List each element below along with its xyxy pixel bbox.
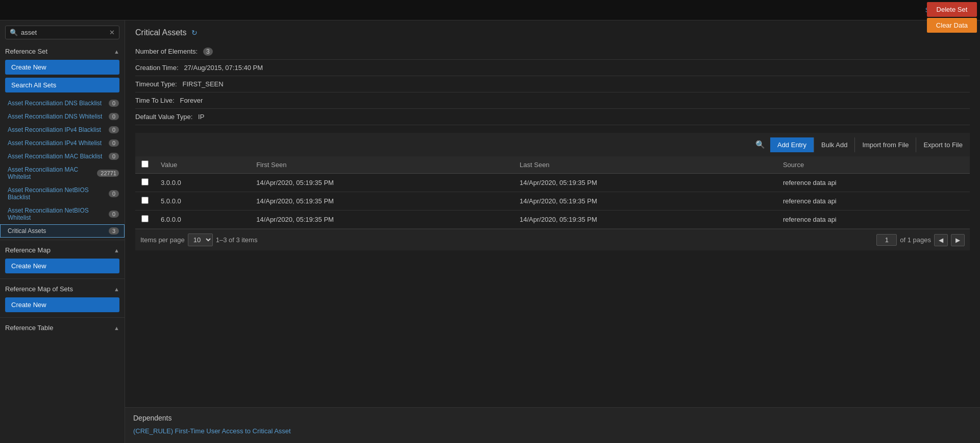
timeout-type-value: FIRST_SEEN [183,80,224,88]
table-row-0: 3.0.0.0 14/Apr/2020, 05:19:35 PM 14/Apr/… [135,174,970,192]
table-col-first-seen: First Seen [250,156,513,174]
reference-map-create-new-button[interactable]: Create New [5,259,119,273]
import-from-file-button[interactable]: Import from File [854,137,916,152]
items-per-page-label: Items per page [140,236,185,244]
search-icon: 🔍 [10,29,18,36]
table-cell-source-1: reference data api [777,192,970,211]
sidebar-item-4[interactable]: Asset Reconciliation MAC Blacklist0 [0,150,125,163]
clear-data-button[interactable]: Clear Data [927,18,977,33]
row-checkbox-2[interactable] [141,215,149,222]
sidebar-items-container: Asset Reconciliation DNS Blacklist0Asset… [0,97,125,238]
reference-set-create-new-button[interactable]: Create New [5,60,119,75]
sidebar-item-badge-1: 0 [109,113,119,120]
sidebar-item-5[interactable]: Asset Reconciliation MAC Whitelist22771 [0,163,125,183]
content-title: Critical Assets [135,28,186,37]
table-cell-checkbox-1 [135,192,155,211]
search-input[interactable] [21,29,109,36]
reference-map-of-sets-section-header[interactable]: Reference Map of Sets ▲ [0,281,125,295]
page-prev-button[interactable]: ◀ [934,234,948,246]
table-cell-source-0: reference data api [777,174,970,192]
sidebar-item-8[interactable]: Critical Assets3 [0,224,125,238]
sidebar-item-2[interactable]: Asset Reconciliation IPv4 Blacklist0 [0,123,125,136]
items-per-page-select[interactable]: 10 25 50 [188,234,213,246]
dependents-title: Dependents [133,414,972,422]
reference-table-chevron-icon: ▲ [114,325,119,331]
sidebar-item-3[interactable]: Asset Reconciliation IPv4 Whitelist0 [0,136,125,150]
pagination-right: of 1 pages ◀ ▶ [876,234,965,246]
refresh-icon[interactable]: ↻ [191,29,198,37]
sidebar-item-7[interactable]: Asset Reconciliation NetBIOS Whitelist0 [0,204,125,224]
sidebar-item-name-4: Asset Reconciliation MAC Blacklist [8,153,102,160]
table-body: 3.0.0.0 14/Apr/2020, 05:19:35 PM 14/Apr/… [135,174,970,229]
reference-table-section-header[interactable]: Reference Table ▲ [0,320,125,334]
reference-set-label: Reference Set [5,48,47,55]
row-checkbox-1[interactable] [141,197,149,204]
sidebar-item-name-8: Critical Assets [8,227,46,235]
select-all-checkbox[interactable] [141,160,149,168]
reference-set-chevron-icon: ▲ [114,49,119,55]
sidebar-item-name-0: Asset Reconciliation DNS Blacklist [8,100,102,107]
sidebar-divider-2 [0,278,125,279]
sidebar: 🔍 ✕ Reference Set ▲ Create New Search Al… [0,20,125,443]
table-cell-value-0: 3.0.0.0 [155,174,250,192]
sidebar-search-box: 🔍 ✕ [5,26,119,39]
table-row-2: 6.0.0.0 14/Apr/2020, 05:19:35 PM 14/Apr/… [135,211,970,229]
table-col-last-seen: Last Seen [513,156,777,174]
page-number-input[interactable] [876,234,897,246]
table-cell-first-seen-0: 14/Apr/2020, 05:19:35 PM [250,174,513,192]
main-content: Critical Assets ↻ Number of Elements: 3 … [125,20,980,443]
action-buttons-container: Delete Set Clear Data [924,0,980,35]
default-value-type-value: IP [198,113,204,121]
dependents-section: Dependents (CRE_RULE) First-Time User Ac… [125,407,980,443]
dependent-link-0[interactable]: (CRE_RULE) First-Time User Access to Cri… [133,427,291,435]
reference-map-chevron-icon: ▲ [114,247,119,253]
sidebar-item-name-2: Asset Reconciliation IPv4 Blacklist [8,126,101,133]
reference-set-section-header[interactable]: Reference Set ▲ [0,43,125,58]
ttl-label: Time To Live: [135,97,175,104]
timeout-type-label: Timeout Type: [135,80,177,88]
table-cell-value-2: 6.0.0.0 [155,211,250,229]
reference-map-label: Reference Map [5,246,51,254]
reference-map-of-sets-label: Reference Map of Sets [5,285,73,293]
table-cell-checkbox-2 [135,211,155,229]
content-area: Critical Assets ↻ Number of Elements: 3 … [125,20,980,402]
export-to-file-button[interactable]: Export to File [916,137,970,152]
table-cell-value-1: 5.0.0.0 [155,192,250,211]
sidebar-item-6[interactable]: Asset Reconciliation NetBIOS Blacklist0 [0,183,125,204]
sidebar-item-badge-0: 0 [109,100,119,107]
search-all-sets-button[interactable]: Search All Sets [5,78,119,92]
creation-time-label: Creation Time: [135,64,179,72]
sidebar-item-badge-3: 0 [109,139,119,147]
table-header-checkbox [135,156,155,174]
add-entry-button[interactable]: Add Entry [770,137,814,152]
elements-label: Number of Elements: [135,48,198,55]
bulk-add-button[interactable]: Bulk Add [814,137,854,152]
table-search-icon[interactable]: 🔍 [750,137,770,152]
reference-map-section-header[interactable]: Reference Map ▲ [0,242,125,257]
elements-badge: 3 [203,48,213,56]
pagination-left: Items per page 10 25 50 1–3 of 3 items [140,234,257,246]
reference-map-of-sets-create-new-button[interactable]: Create New [5,297,119,312]
sidebar-item-badge-7: 0 [109,211,119,218]
sidebar-divider-1 [0,240,125,240]
page-total-label: of 1 pages [900,236,931,244]
page-next-button[interactable]: ▶ [951,234,965,246]
sidebar-item-badge-8: 3 [109,227,119,235]
sidebar-item-name-6: Asset Reconciliation NetBIOS Blacklist [8,186,109,201]
info-row-timeout-type: Timeout Type: FIRST_SEEN [135,76,970,92]
table-cell-first-seen-1: 14/Apr/2020, 05:19:35 PM [250,192,513,211]
sidebar-item-0[interactable]: Asset Reconciliation DNS Blacklist0 [0,97,125,110]
sidebar-item-badge-6: 0 [109,190,119,197]
row-checkbox-0[interactable] [141,178,149,185]
sidebar-item-1[interactable]: Asset Reconciliation DNS Whitelist0 [0,110,125,123]
sidebar-divider-3 [0,317,125,318]
sidebar-item-name-3: Asset Reconciliation IPv4 Whitelist [8,139,102,147]
info-row-ttl: Time To Live: Forever [135,92,970,109]
table-header-row: Value First Seen Last Seen Source [135,156,970,174]
delete-set-button[interactable]: Delete Set [927,2,977,17]
table-col-value: Value [155,156,250,174]
dependents-list: (CRE_RULE) First-Time User Access to Cri… [133,427,972,435]
clear-search-icon[interactable]: ✕ [109,29,115,36]
topbar: Switch Theme [0,0,980,20]
content-title-area: Critical Assets ↻ [135,28,970,37]
